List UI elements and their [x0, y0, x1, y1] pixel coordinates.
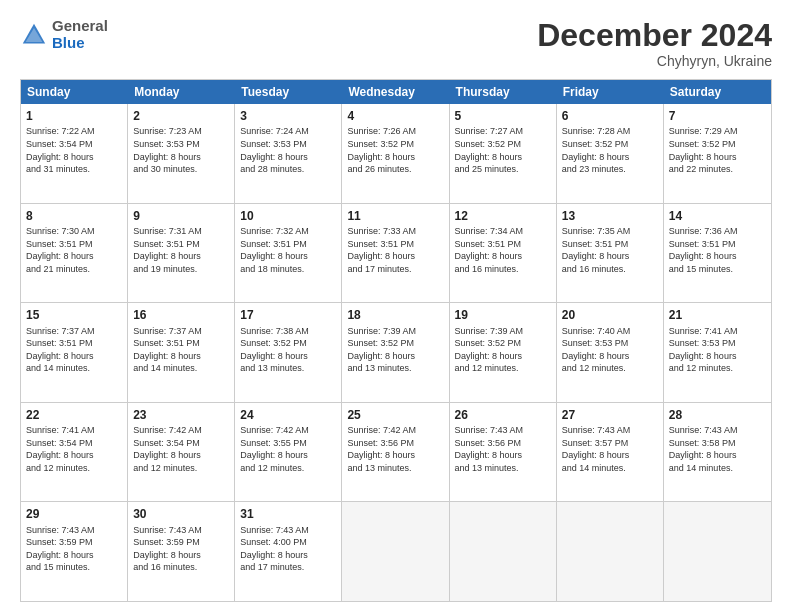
calendar-row: 22Sunrise: 7:41 AMSunset: 3:54 PMDayligh… [21, 402, 771, 502]
daylight-line2: and 13 minutes. [455, 463, 519, 473]
sunrise-line: Sunrise: 7:22 AM [26, 126, 95, 136]
calendar-cell: 2Sunrise: 7:23 AMSunset: 3:53 PMDaylight… [128, 104, 235, 203]
sunset-line: Sunset: 3:56 PM [347, 438, 414, 448]
day-number: 5 [455, 108, 551, 124]
daylight-line: Daylight: 8 hours [26, 550, 94, 560]
sunrise-line: Sunrise: 7:41 AM [669, 326, 738, 336]
sunrise-line: Sunrise: 7:35 AM [562, 226, 631, 236]
daylight-line2: and 14 minutes. [133, 363, 197, 373]
calendar-cell [557, 502, 664, 601]
sun-info: Sunrise: 7:41 AMSunset: 3:53 PMDaylight:… [669, 325, 766, 375]
sun-info: Sunrise: 7:33 AMSunset: 3:51 PMDaylight:… [347, 225, 443, 275]
sunrise-line: Sunrise: 7:43 AM [669, 425, 738, 435]
daylight-line: Daylight: 8 hours [562, 251, 630, 261]
title-block: December 2024 Chyhyryn, Ukraine [537, 18, 772, 69]
sunset-line: Sunset: 3:51 PM [26, 239, 93, 249]
daylight-line2: and 12 minutes. [562, 363, 626, 373]
calendar-cell: 9Sunrise: 7:31 AMSunset: 3:51 PMDaylight… [128, 204, 235, 303]
sunrise-line: Sunrise: 7:27 AM [455, 126, 524, 136]
daylight-line: Daylight: 8 hours [455, 152, 523, 162]
logo-text: General Blue [52, 18, 108, 51]
sun-info: Sunrise: 7:39 AMSunset: 3:52 PMDaylight:… [455, 325, 551, 375]
daylight-line2: and 13 minutes. [240, 363, 304, 373]
calendar-cell: 30Sunrise: 7:43 AMSunset: 3:59 PMDayligh… [128, 502, 235, 601]
daylight-line: Daylight: 8 hours [26, 152, 94, 162]
daylight-line2: and 17 minutes. [347, 264, 411, 274]
sun-info: Sunrise: 7:43 AMSunset: 3:57 PMDaylight:… [562, 424, 658, 474]
day-number: 3 [240, 108, 336, 124]
sun-info: Sunrise: 7:43 AMSunset: 3:58 PMDaylight:… [669, 424, 766, 474]
daylight-line2: and 31 minutes. [26, 164, 90, 174]
sunrise-line: Sunrise: 7:42 AM [240, 425, 309, 435]
daylight-line: Daylight: 8 hours [240, 450, 308, 460]
daylight-line2: and 14 minutes. [26, 363, 90, 373]
calendar-cell: 12Sunrise: 7:34 AMSunset: 3:51 PMDayligh… [450, 204, 557, 303]
calendar-cell: 15Sunrise: 7:37 AMSunset: 3:51 PMDayligh… [21, 303, 128, 402]
calendar-cell: 22Sunrise: 7:41 AMSunset: 3:54 PMDayligh… [21, 403, 128, 502]
sunrise-line: Sunrise: 7:43 AM [455, 425, 524, 435]
day-number: 8 [26, 208, 122, 224]
sunrise-line: Sunrise: 7:26 AM [347, 126, 416, 136]
daylight-line: Daylight: 8 hours [240, 251, 308, 261]
sunset-line: Sunset: 3:53 PM [562, 338, 629, 348]
day-number: 15 [26, 307, 122, 323]
day-number: 18 [347, 307, 443, 323]
sun-info: Sunrise: 7:31 AMSunset: 3:51 PMDaylight:… [133, 225, 229, 275]
sunset-line: Sunset: 3:52 PM [240, 338, 307, 348]
calendar-cell: 27Sunrise: 7:43 AMSunset: 3:57 PMDayligh… [557, 403, 664, 502]
sunrise-line: Sunrise: 7:37 AM [26, 326, 95, 336]
logo: General Blue [20, 18, 108, 51]
day-number: 11 [347, 208, 443, 224]
sunset-line: Sunset: 3:51 PM [562, 239, 629, 249]
sunrise-line: Sunrise: 7:29 AM [669, 126, 738, 136]
sun-info: Sunrise: 7:32 AMSunset: 3:51 PMDaylight:… [240, 225, 336, 275]
daylight-line2: and 16 minutes. [562, 264, 626, 274]
sunrise-line: Sunrise: 7:32 AM [240, 226, 309, 236]
calendar-row: 29Sunrise: 7:43 AMSunset: 3:59 PMDayligh… [21, 501, 771, 601]
sunset-line: Sunset: 3:57 PM [562, 438, 629, 448]
sun-info: Sunrise: 7:27 AMSunset: 3:52 PMDaylight:… [455, 125, 551, 175]
sunset-line: Sunset: 3:52 PM [347, 338, 414, 348]
daylight-line: Daylight: 8 hours [26, 450, 94, 460]
calendar-cell: 8Sunrise: 7:30 AMSunset: 3:51 PMDaylight… [21, 204, 128, 303]
day-number: 28 [669, 407, 766, 423]
sun-info: Sunrise: 7:43 AMSunset: 3:59 PMDaylight:… [26, 524, 122, 574]
daylight-line: Daylight: 8 hours [562, 152, 630, 162]
sunset-line: Sunset: 3:51 PM [669, 239, 736, 249]
logo-icon [20, 21, 48, 49]
calendar-cell: 25Sunrise: 7:42 AMSunset: 3:56 PMDayligh… [342, 403, 449, 502]
sunrise-line: Sunrise: 7:30 AM [26, 226, 95, 236]
day-number: 9 [133, 208, 229, 224]
daylight-line2: and 12 minutes. [455, 363, 519, 373]
weekday-header: Saturday [664, 80, 771, 104]
calendar-cell: 11Sunrise: 7:33 AMSunset: 3:51 PMDayligh… [342, 204, 449, 303]
daylight-line: Daylight: 8 hours [562, 450, 630, 460]
calendar-cell: 21Sunrise: 7:41 AMSunset: 3:53 PMDayligh… [664, 303, 771, 402]
calendar-cell: 10Sunrise: 7:32 AMSunset: 3:51 PMDayligh… [235, 204, 342, 303]
sunrise-line: Sunrise: 7:31 AM [133, 226, 202, 236]
calendar-cell: 16Sunrise: 7:37 AMSunset: 3:51 PMDayligh… [128, 303, 235, 402]
sunset-line: Sunset: 3:51 PM [133, 239, 200, 249]
daylight-line: Daylight: 8 hours [347, 251, 415, 261]
calendar-cell [450, 502, 557, 601]
sunrise-line: Sunrise: 7:41 AM [26, 425, 95, 435]
calendar-row: 15Sunrise: 7:37 AMSunset: 3:51 PMDayligh… [21, 302, 771, 402]
daylight-line2: and 19 minutes. [133, 264, 197, 274]
sun-info: Sunrise: 7:42 AMSunset: 3:54 PMDaylight:… [133, 424, 229, 474]
daylight-line2: and 14 minutes. [562, 463, 626, 473]
sun-info: Sunrise: 7:37 AMSunset: 3:51 PMDaylight:… [133, 325, 229, 375]
day-number: 24 [240, 407, 336, 423]
day-number: 1 [26, 108, 122, 124]
daylight-line: Daylight: 8 hours [133, 351, 201, 361]
day-number: 13 [562, 208, 658, 224]
calendar-cell: 1Sunrise: 7:22 AMSunset: 3:54 PMDaylight… [21, 104, 128, 203]
sun-info: Sunrise: 7:42 AMSunset: 3:55 PMDaylight:… [240, 424, 336, 474]
daylight-line: Daylight: 8 hours [455, 251, 523, 261]
day-number: 22 [26, 407, 122, 423]
calendar-cell: 24Sunrise: 7:42 AMSunset: 3:55 PMDayligh… [235, 403, 342, 502]
sunrise-line: Sunrise: 7:37 AM [133, 326, 202, 336]
day-number: 31 [240, 506, 336, 522]
sunset-line: Sunset: 3:54 PM [26, 139, 93, 149]
weekday-header: Friday [557, 80, 664, 104]
daylight-line2: and 25 minutes. [455, 164, 519, 174]
